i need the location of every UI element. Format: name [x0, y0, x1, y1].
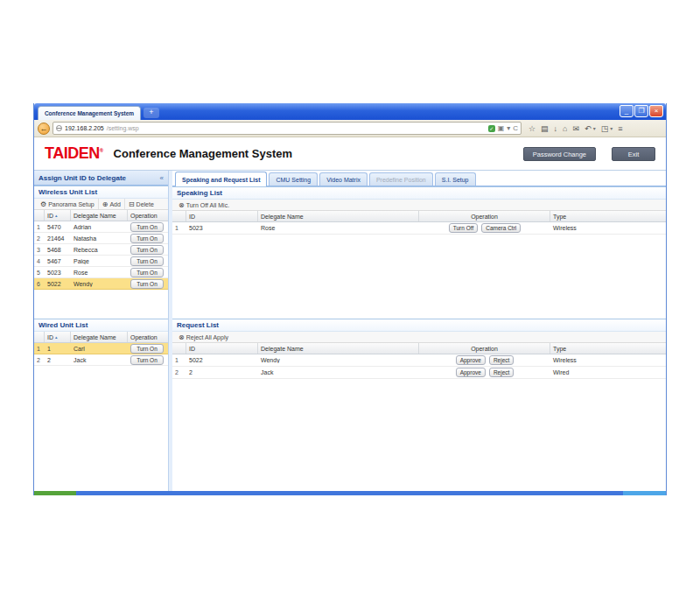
column-header-delegate-name[interactable]: Delegate Name [71, 210, 128, 221]
column-header-delegate-name[interactable]: Delegate Name [258, 211, 419, 221]
row-number: 2 [172, 369, 186, 375]
wired-unit-row[interactable]: 22JackTurn On [34, 354, 168, 366]
column-header-type[interactable]: Type [550, 211, 666, 221]
wireless-unit-row[interactable]: 221464NatashaTurn On [34, 233, 168, 244]
dropdown-caret-icon[interactable]: ▾ [593, 124, 596, 133]
turn-on-button[interactable]: Turn On [130, 344, 164, 354]
tab-cmu-setting[interactable]: CMU Setting [269, 172, 318, 186]
column-header-operation[interactable]: Operation [128, 332, 168, 342]
feedback-icon[interactable]: ✉ [573, 124, 580, 133]
wireless-unit-row[interactable]: 45467PaigeTurn On [34, 256, 168, 267]
unit-type: Wired [550, 369, 666, 375]
exit-button[interactable]: Exit [612, 147, 655, 161]
row-number-header [172, 211, 186, 221]
operation-cell: Turn On [128, 245, 168, 255]
wired-unit-row[interactable]: 11CarlTurn On [34, 343, 168, 354]
column-header-operation[interactable]: Operation [419, 343, 550, 354]
wireless-unit-row[interactable]: 35468RebeccaTurn On [34, 244, 168, 256]
reject-button[interactable]: Reject [489, 355, 514, 365]
speaking-row[interactable]: 15023RoseTurn OffCamera CtrlWireless [172, 222, 666, 235]
toolbar-label: Add [109, 201, 120, 207]
page-proxy-icon[interactable]: ▣ [498, 125, 505, 132]
password-change-button[interactable]: Password Change [523, 147, 596, 161]
unit-type: Wireless [550, 225, 666, 231]
unit-id: 21464 [45, 235, 71, 242]
taiden-logo: TAIDEN® [45, 144, 103, 163]
page-header: TAIDEN® Conference Management System Pas… [34, 137, 666, 171]
turn-on-button[interactable]: Turn On [130, 234, 164, 243]
row-number: 4 [34, 258, 45, 264]
cancel-all-icon: ⊗ [178, 333, 185, 341]
column-header-id[interactable]: ID [186, 211, 258, 221]
turn-on-button[interactable]: Turn On [130, 279, 164, 289]
back-icon[interactable]: ← [38, 123, 50, 135]
tab-s-i-setup[interactable]: S.I. Setup [435, 172, 476, 186]
row-number: 2 [34, 357, 45, 363]
dropdown-caret-icon[interactable]: ▾ [610, 124, 612, 133]
column-header-id[interactable]: ID▴ [45, 332, 71, 342]
reject-button[interactable]: Reject [489, 368, 514, 377]
turn-on-button[interactable]: Turn On [130, 355, 164, 365]
turn-on-button[interactable]: Turn On [130, 245, 164, 255]
column-header-id[interactable]: ID▴ [45, 210, 71, 221]
desktop: Conference Management System + _❐× ← 192… [0, 0, 700, 596]
operation-cell: Turn On [128, 344, 168, 354]
column-header-operation[interactable]: Operation [128, 210, 168, 221]
turn-off-all-mic-button[interactable]: ⊗ Turn Off All Mic. [175, 200, 233, 210]
row-number: 6 [34, 281, 45, 287]
bookmark-star-icon[interactable]: ☆ [528, 124, 536, 133]
dropdown-caret-icon[interactable]: ▾ [507, 125, 510, 132]
column-header-id[interactable]: ID [186, 343, 258, 354]
request-row[interactable]: 15022WendyApproveRejectWireless [172, 354, 666, 367]
clipboard-icon[interactable]: ▤ [541, 124, 549, 133]
tab-speaking-and-request-list[interactable]: Speaking and Request List [175, 172, 267, 186]
screenshot-icon[interactable]: ◳ [601, 124, 609, 133]
toolbar-button-panorama-setup[interactable]: ⚙Panorama Setup [37, 199, 98, 209]
camera-ctrl-button[interactable]: Camera Ctrl [481, 223, 521, 233]
turn-off-button[interactable]: Turn Off [449, 223, 478, 233]
shield-icon[interactable]: ✓ [488, 125, 495, 132]
home-icon[interactable]: ⌂ [563, 124, 567, 133]
close-button[interactable]: × [649, 105, 663, 117]
delegate-name: Natasha [71, 235, 128, 242]
new-tab-button[interactable]: + [144, 108, 159, 118]
url-bar[interactable]: 192.168.2.205 /setting.wsp ✓ ▣ ▾ C [52, 122, 522, 135]
turn-on-button[interactable]: Turn On [130, 268, 164, 277]
reload-icon[interactable]: C [513, 125, 518, 132]
approve-button[interactable]: Approve [456, 368, 486, 377]
turn-on-button[interactable]: Turn On [130, 222, 164, 232]
tab-video-matrix[interactable]: Video Matrix [319, 172, 368, 186]
wired-unit-list-header: Wired Unit List [34, 319, 168, 332]
reject-all-apply-button[interactable]: ⊗ Reject All Apply [175, 332, 232, 342]
speaking-toolbar: ⊗ Turn Off All Mic. [172, 200, 666, 211]
unit-id: 2 [45, 357, 71, 363]
browser-tab[interactable]: Conference Management System [38, 106, 141, 120]
restore-button[interactable]: ❐ [634, 105, 648, 117]
toolbar-button-delete[interactable]: ⊟Delete [124, 199, 158, 209]
request-row[interactable]: 22JackApproveRejectWired [172, 367, 666, 379]
sidebar-panel-header: Assign Unit ID to Delegate « [34, 171, 168, 186]
column-header-delegate-name[interactable]: Delegate Name [71, 332, 128, 342]
menu-icon[interactable]: ≡ [618, 124, 622, 133]
undo-icon[interactable]: ↶ [584, 124, 592, 133]
column-header-operation[interactable]: Operation [419, 211, 550, 221]
wireless-unit-row[interactable]: 15470AdrianTurn On [34, 221, 168, 233]
wireless-empty-area [34, 290, 168, 319]
turn-on-button[interactable]: Turn On [130, 256, 164, 266]
collapse-panel-icon[interactable]: « [160, 174, 164, 182]
wireless-unit-row[interactable]: 55023RoseTurn On [34, 267, 168, 278]
toolbar-label: Panorama Setup [48, 201, 94, 207]
column-header-delegate-name[interactable]: Delegate Name [258, 343, 419, 354]
wireless-unit-row[interactable]: 65022WendyTurn On [34, 278, 168, 290]
download-icon[interactable]: ↓ [554, 124, 558, 133]
page-title: Conference Management System [114, 147, 292, 160]
delegate-name: Rose [71, 270, 128, 276]
delegate-name: Carl [71, 346, 128, 352]
delete-icon: ⊟ [129, 200, 135, 208]
approve-button[interactable]: Approve [456, 355, 486, 365]
minimize-button[interactable]: _ [620, 105, 634, 117]
toolbar-button-add[interactable]: ⊕Add [98, 199, 124, 209]
content: Assign Unit ID to Delegate « Wireless Un… [34, 171, 666, 491]
column-header-type[interactable]: Type [550, 343, 666, 354]
add-icon: ⊕ [102, 200, 108, 208]
